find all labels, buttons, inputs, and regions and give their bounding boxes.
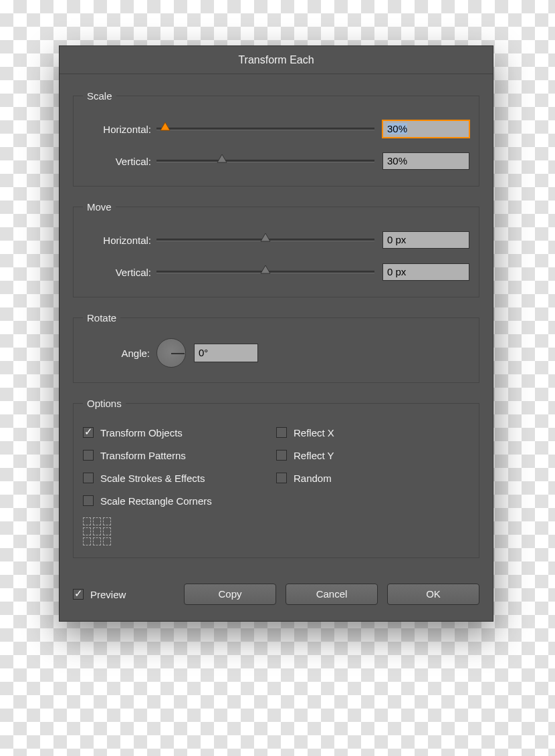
scale-vertical-row: Vertical: 30% [83,151,469,171]
checkbox-icon [83,495,94,506]
option-scale-rectangle-corners[interactable]: Scale Rectangle Corners [83,489,276,512]
move-vertical-label: Vertical: [83,267,156,278]
checkbox-icon [73,589,84,600]
checkbox-icon [83,450,94,461]
scale-horizontal-input[interactable]: 30% [382,120,469,138]
move-vertical-input[interactable]: 0 px [382,263,469,281]
angle-dial[interactable] [156,338,186,368]
scale-horizontal-row: Horizontal: 30% [83,119,469,139]
scale-group: Scale Horizontal: 30% Vertical: [73,90,479,186]
option-label: Reflect Y [294,450,334,461]
scale-vertical-label: Vertical: [83,156,156,167]
move-horizontal-label: Horizontal: [83,235,156,246]
ok-button[interactable]: OK [387,584,479,605]
option-label: Random [294,473,332,484]
scale-vertical-slider[interactable] [156,151,374,171]
option-label: Scale Rectangle Corners [100,495,212,507]
option-transform-patterns[interactable]: Transform Patterns [83,444,276,467]
move-horizontal-row: Horizontal: 0 px [83,230,469,250]
move-legend: Move [83,201,116,213]
rotate-angle-input[interactable]: 0° [194,344,258,362]
scale-horizontal-label: Horizontal: [83,124,156,135]
move-vertical-slider[interactable] [156,262,374,282]
option-reflect-y[interactable]: Reflect Y [276,444,469,467]
options-legend: Options [83,398,126,409]
preview-label: Preview [90,589,126,600]
copy-button[interactable]: Copy [184,584,276,605]
move-horizontal-input[interactable]: 0 px [382,231,469,249]
cancel-button[interactable]: Cancel [286,584,378,605]
option-reflect-x[interactable]: Reflect X [276,421,469,444]
rotate-angle-label: Angle: [83,348,156,359]
rotate-group: Rotate Angle: 0° [73,312,479,383]
preview-checkbox[interactable]: Preview [73,589,126,600]
option-transform-objects[interactable]: Transform Objects [83,421,276,444]
reference-point-selector[interactable] [83,517,111,545]
option-label: Reflect X [294,427,334,438]
checkbox-icon [83,473,94,483]
option-label: Scale Strokes & Effects [100,473,205,484]
scale-horizontal-slider[interactable] [156,119,374,139]
transform-each-dialog: Transform Each Scale Horizontal: 30% Ver… [59,45,493,622]
move-group: Move Horizontal: 0 px Vertical: [73,201,479,297]
option-random[interactable]: Random [276,467,469,489]
scale-legend: Scale [83,90,116,102]
move-horizontal-slider[interactable] [156,230,374,250]
options-group: Options Transform Objects Transform Patt… [73,398,479,558]
checkbox-icon [276,450,287,461]
checkbox-icon [276,427,287,438]
move-vertical-row: Vertical: 0 px [83,262,469,282]
option-scale-strokes-effects[interactable]: Scale Strokes & Effects [83,467,276,489]
option-label: Transform Patterns [100,450,186,461]
checkbox-icon [83,427,94,438]
scale-vertical-input[interactable]: 30% [382,152,469,170]
checkbox-icon [276,473,287,483]
rotate-legend: Rotate [83,312,120,324]
dialog-title: Transform Each [60,46,493,74]
option-label: Transform Objects [100,427,183,438]
dialog-button-row: Preview Copy Cancel OK [60,573,493,605]
